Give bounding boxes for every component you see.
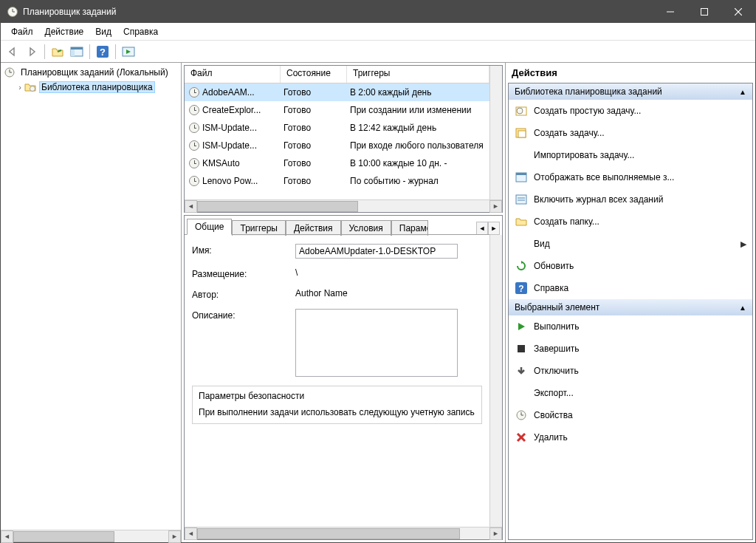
toolbar-actions-icon[interactable]: [120, 43, 137, 61]
scroll-right-icon[interactable]: ►: [489, 527, 502, 540]
input-name[interactable]: [295, 244, 458, 259]
minimize-button[interactable]: [653, 1, 687, 23]
value-author: Author Name: [295, 288, 482, 298]
action-section-library[interactable]: Библиотека планировщика заданий ▲: [509, 83, 752, 100]
tree-pane: Планировщик заданий (Локальный) › Библио…: [1, 63, 182, 542]
back-button[interactable]: [4, 43, 21, 61]
actions-pane: Действия Библиотека планировщика заданий…: [506, 63, 755, 542]
tab-triggers[interactable]: Триггеры: [232, 220, 286, 236]
security-text: При выполнении задачи использовать следу…: [199, 401, 475, 417]
details-vscroll[interactable]: [489, 235, 502, 527]
toolbar-folder-icon[interactable]: [49, 43, 66, 61]
scroll-right-icon[interactable]: ►: [489, 200, 502, 213]
action-help[interactable]: ? Справка: [509, 277, 752, 299]
action-show-running[interactable]: Отображать все выполняемые з...: [509, 166, 752, 188]
toolbar-help-icon[interactable]: ?: [94, 43, 111, 61]
menu-help[interactable]: Справка: [117, 25, 164, 38]
column-triggers[interactable]: Триггеры: [347, 66, 489, 83]
task-row[interactable]: AdobeAAM... Готово В 2:00 каждый день: [185, 83, 489, 101]
tab-conditions[interactable]: Условия: [341, 220, 391, 236]
task-row[interactable]: ISM-Update... Готово В 12:42 каждый день: [185, 119, 489, 137]
action-section-selected[interactable]: Выбранный элемент ▲: [509, 299, 752, 315]
action-disable[interactable]: Отключить: [509, 360, 752, 382]
action-end[interactable]: Завершить: [509, 338, 752, 360]
menu-action[interactable]: Действие: [39, 25, 90, 38]
svg-text:?: ?: [100, 47, 106, 58]
action-create-basic[interactable]: Создать простую задачу...: [509, 100, 752, 122]
tab-content-general: Имя: Размещение: \ Автор: Author Name Оп…: [185, 234, 489, 527]
action-enable-history[interactable]: Включить журнал всех заданий: [509, 188, 752, 211]
action-new-folder[interactable]: Создать папку...: [509, 211, 752, 233]
list-hscroll[interactable]: ◄ ►: [185, 199, 502, 212]
list-header: Файл Состояние Триггеры: [185, 66, 489, 83]
scroll-right-icon[interactable]: ►: [168, 530, 181, 543]
textarea-description[interactable]: [295, 309, 458, 377]
menubar: Файл Действие Вид Справка: [1, 23, 755, 41]
column-file[interactable]: Файл: [185, 66, 281, 83]
action-run[interactable]: Выполнить: [509, 315, 752, 338]
clock-icon: [189, 87, 199, 98]
close-button[interactable]: [721, 1, 755, 23]
task-row[interactable]: ISM-Update... Готово При входе любого по…: [185, 137, 489, 154]
action-import[interactable]: Импортировать задачу...: [509, 144, 752, 166]
toolbar-pane-icon[interactable]: [68, 43, 86, 61]
column-state[interactable]: Состояние: [281, 66, 347, 83]
chevron-right-icon: ▶: [740, 239, 746, 249]
tab-params[interactable]: Параметры: [391, 220, 428, 236]
svg-rect-9: [71, 49, 75, 56]
tab-general[interactable]: Общие: [187, 219, 232, 235]
list-body: AdobeAAM... Готово В 2:00 каждый день Cr…: [185, 83, 489, 199]
tab-scroll-right[interactable]: ►: [488, 222, 500, 235]
action-export[interactable]: Экспорт...: [509, 382, 752, 404]
scroll-left-icon[interactable]: ◄: [185, 200, 197, 213]
tab-actions[interactable]: Действия: [286, 220, 341, 236]
task-row[interactable]: CreateExplor... Готово При создании или …: [185, 101, 489, 119]
tree-root-label: Планировщик заданий (Локальный): [18, 67, 171, 78]
app-window: Планировщик заданий Файл Действие Вид Сп…: [0, 0, 756, 543]
action-view[interactable]: Вид ▶: [509, 233, 752, 255]
svg-rect-22: [516, 173, 526, 175]
new-folder-icon: [515, 215, 528, 228]
value-location: \: [295, 267, 482, 278]
disable-icon: [515, 364, 528, 378]
collapse-icon: ▲: [739, 88, 746, 96]
window-title: Планировщик заданий: [23, 7, 653, 17]
svg-point-16: [30, 86, 35, 92]
actions-body: Библиотека планировщика заданий ▲ Создат…: [508, 83, 753, 540]
svg-rect-23: [516, 195, 526, 204]
action-properties[interactable]: Свойства: [509, 404, 752, 426]
list-vscroll[interactable]: [489, 66, 502, 199]
scheduler-icon: [4, 66, 16, 78]
menu-view[interactable]: Вид: [89, 25, 117, 38]
task-row[interactable]: KMSAuto Готово В 10:00 каждые 10 дн. -: [185, 154, 489, 172]
svg-rect-20: [518, 131, 526, 137]
middle-pane: Файл Состояние Триггеры AdobeAAM... Гото…: [182, 63, 506, 542]
toolbar: ?: [1, 41, 755, 63]
action-refresh[interactable]: Обновить: [509, 255, 752, 277]
clock-icon: [189, 158, 199, 168]
help-icon: ?: [515, 281, 528, 295]
maximize-button[interactable]: [687, 1, 721, 23]
clock-icon: [189, 176, 199, 186]
scroll-left-icon[interactable]: ◄: [1, 530, 13, 543]
details-hscroll[interactable]: ◄ ►: [185, 527, 502, 539]
delete-icon: [515, 431, 528, 444]
library-folder-icon: [24, 81, 36, 93]
task-list: Файл Состояние Триггеры AdobeAAM... Гото…: [184, 65, 503, 213]
tree-root[interactable]: Планировщик заданий (Локальный): [1, 65, 181, 80]
label-location: Размещение:: [192, 267, 295, 279]
tree-hscroll[interactable]: ◄ ►: [1, 530, 181, 542]
label-description: Описание:: [192, 309, 295, 321]
tab-scroll-left[interactable]: ◄: [476, 222, 488, 235]
create-basic-icon: [515, 104, 528, 117]
forward-button[interactable]: [23, 43, 41, 61]
expand-icon[interactable]: ›: [16, 83, 24, 92]
tree-library[interactable]: › Библиотека планировщика: [1, 80, 181, 95]
scroll-left-icon[interactable]: ◄: [185, 527, 197, 540]
action-create[interactable]: Создать задачу...: [509, 122, 752, 144]
tree-library-label: Библиотека планировщика: [39, 81, 155, 93]
action-delete[interactable]: Удалить: [509, 426, 752, 448]
security-fieldset: Параметры безопасности При выполнении за…: [192, 386, 482, 424]
menu-file[interactable]: Файл: [5, 25, 39, 38]
task-row[interactable]: Lenovo Pow... Готово По событию - журнал: [185, 172, 489, 190]
